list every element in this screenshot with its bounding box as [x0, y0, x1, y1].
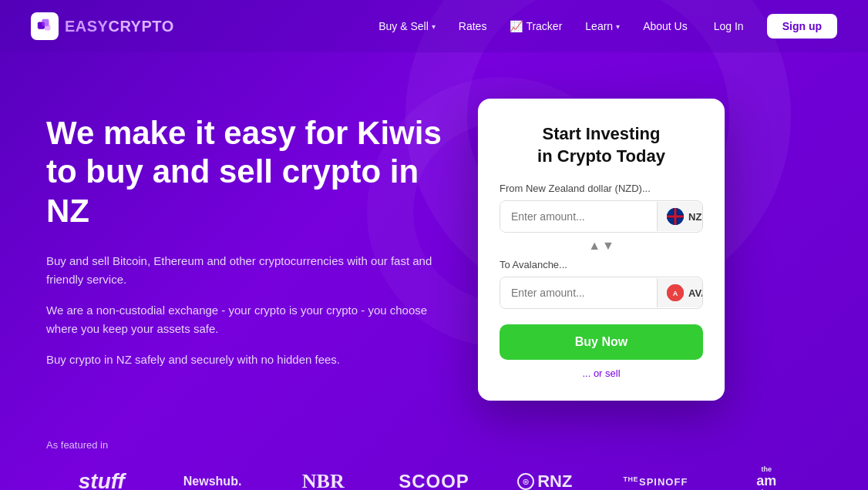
avax-currency-selector[interactable]: A AVAX ▾ [657, 278, 703, 307]
tracker-chart-icon: 📈 [510, 20, 523, 32]
swap-button[interactable]: ▲ ▼ [588, 239, 614, 253]
to-amount-input[interactable] [500, 277, 657, 308]
avax-label: AVAX [688, 287, 703, 299]
featured-label: As featured in [46, 439, 822, 451]
or-sell-link[interactable]: ... or sell [500, 368, 703, 379]
logo-text: EASYCRYPTO [65, 18, 174, 35]
rnz-circle-icon: ◎ [517, 473, 534, 490]
login-button[interactable]: Log In [701, 14, 756, 39]
svg-rect-7 [675, 208, 677, 225]
swap-down-icon: ▼ [602, 239, 614, 253]
nav-learn[interactable]: Learn ▾ [576, 14, 629, 39]
swap-row: ▲ ▼ [500, 239, 703, 253]
svg-rect-2 [45, 25, 50, 30]
buy-sell-chevron-icon: ▾ [432, 22, 436, 31]
amshow-logo: the am show [711, 466, 822, 490]
hero-section: We make it easy for Kiwis to buy and sel… [0, 52, 868, 431]
featured-section: As featured in stuff Newshub. NBR SCOOP … [0, 431, 868, 490]
avax-icon: A [667, 284, 684, 301]
nav-buy-sell[interactable]: Buy & Sell ▾ [369, 14, 445, 39]
hero-title: We make it easy for Kiwis to buy and sel… [46, 114, 447, 230]
card-title: Start Investing in Crypto Today [500, 123, 703, 167]
signup-button[interactable]: Sign up [767, 14, 837, 39]
nzd-label: NZD [688, 211, 703, 223]
hero-desc-3: Buy crypto in NZ safely and securely wit… [46, 351, 447, 369]
rnz-logo: ◎RNZ [490, 472, 601, 490]
buy-now-button[interactable]: Buy Now [500, 324, 703, 360]
logo[interactable]: EASYCRYPTO [31, 12, 174, 40]
nbr-logo: NBR [267, 470, 378, 490]
nav-about[interactable]: About Us [634, 14, 697, 39]
navbar: EASYCRYPTO Buy & Sell ▾ Rates 📈 Tracker … [0, 0, 868, 52]
nzd-flag-icon [667, 208, 684, 225]
nav-tracker[interactable]: 📈 Tracker [500, 14, 571, 39]
from-input-row: NZD ▾ [500, 200, 703, 233]
invest-card: Start Investing in Crypto Today From New… [478, 99, 725, 401]
hero-content: We make it easy for Kiwis to buy and sel… [46, 99, 447, 381]
swap-up-icon: ▲ [588, 239, 601, 253]
learn-chevron-icon: ▾ [616, 22, 620, 31]
logo-icon [31, 12, 59, 40]
svg-text:A: A [673, 290, 678, 297]
media-logos-row: stuff Newshub. NBR SCOOP ◎RNZ THESPINOFF… [46, 466, 822, 490]
newshub-logo: Newshub. [157, 475, 268, 488]
scoop-logo: SCOOP [378, 471, 490, 490]
from-label: From New Zealand dollar (NZD)... [500, 183, 703, 194]
spinoff-logo: THESPINOFF [601, 475, 712, 488]
hero-desc-2: We are a non-custodial exchange - your c… [46, 301, 447, 338]
from-amount-input[interactable] [500, 201, 657, 232]
nzd-currency-selector[interactable]: NZD ▾ [657, 202, 703, 231]
to-input-row: A AVAX ▾ [500, 277, 703, 309]
to-label: To Avalanche... [500, 259, 703, 270]
stuff-logo: stuff [46, 469, 157, 490]
nav-rates[interactable]: Rates [449, 14, 496, 39]
nav-links: Buy & Sell ▾ Rates 📈 Tracker Learn ▾ Abo… [369, 14, 837, 39]
hero-desc-1: Buy and sell Bitcoin, Ethereum and other… [46, 252, 447, 289]
